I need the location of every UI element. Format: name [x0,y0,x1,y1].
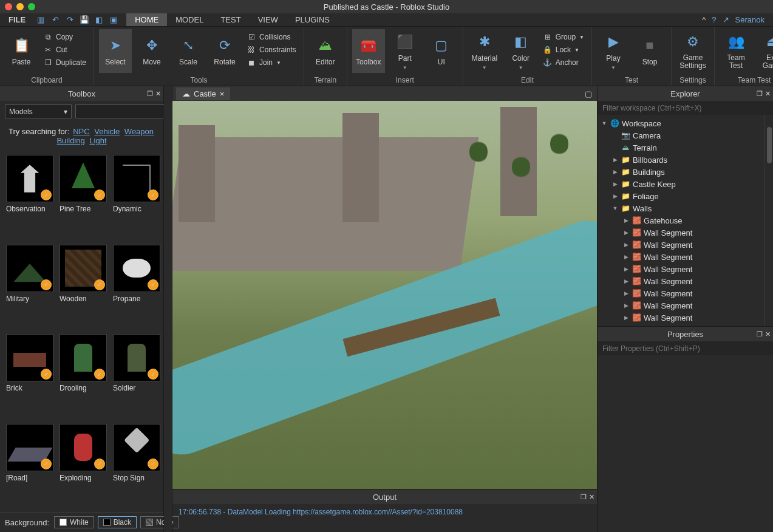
expand-arrow-icon[interactable]: ▶ [623,266,629,272]
expand-arrow-icon[interactable]: ▼ [612,205,618,211]
tree-row[interactable]: ▶🧱Wall Segment [598,227,764,239]
toolbox-item[interactable]: ✓Soldier [113,334,160,418]
file-menu[interactable]: FILE [4,14,30,26]
scale-button[interactable]: ⤡Scale [172,29,205,73]
tree-row[interactable]: ▶🧱Wall Segment [598,263,764,275]
toolbox-item[interactable]: ✓Wooden [60,245,107,329]
cut-button[interactable]: ✂Cut [41,44,89,55]
terrain-editor-button[interactable]: ⛰Editor [309,29,342,73]
game-settings-button[interactable]: ⚙Game Settings [676,29,709,73]
undock-icon[interactable]: ❐ [757,90,763,98]
expand-arrow-icon[interactable]: ▶ [623,254,629,260]
expand-arrow-icon[interactable]: ▶ [612,193,618,199]
share-icon[interactable]: ↗ [723,15,729,24]
explorer-filter-input[interactable] [602,104,768,112]
expand-arrow-icon[interactable]: ▼ [601,120,607,126]
maximize-window-button[interactable] [28,3,35,10]
join-toggle[interactable]: ◼Join ▼ [245,57,299,68]
tree-row[interactable]: ▼📁Walls [598,202,764,214]
exit-game-button[interactable]: ⏏Exit Game [756,29,773,73]
tree-row[interactable]: ▶📁Castle Keep [598,178,764,190]
suggest-link[interactable]: Building [56,136,84,145]
tree-row[interactable]: ▶🧱Wall Segment [598,239,764,251]
move-button[interactable]: ✥Move [135,29,168,73]
close-tab-icon[interactable]: × [220,89,225,98]
anchor-button[interactable]: ⚓Anchor [541,57,587,68]
expand-arrow-icon[interactable]: ▶ [623,290,629,296]
output-log[interactable]: 17:06:56.738 - DataModel Loading https:/… [172,504,597,532]
tree-row[interactable]: ▶🧱Wall Segment [598,299,764,312]
document-tab[interactable]: ☁ Castle × [176,87,230,100]
team-test-button[interactable]: 👥Team Test [720,29,752,73]
close-panel-icon[interactable]: ✕ [765,330,771,338]
tree-row[interactable]: ▶📁Billboards [598,154,764,166]
ui-button[interactable]: ▢UI [425,29,458,73]
panel-gutter[interactable] [164,86,172,532]
expand-arrow-icon[interactable]: ▶ [623,315,629,321]
tab-view[interactable]: VIEW [250,13,287,26]
duplicate-button[interactable]: ❐Duplicate [41,57,89,68]
tree-row[interactable]: ▶🧱Wall Segment [598,312,764,324]
device-preview-icon[interactable]: ▢ [585,89,597,98]
toolbox-item[interactable]: ✓Brick [6,334,53,418]
expand-arrow-icon[interactable]: ▶ [612,157,618,163]
expand-arrow-icon[interactable]: ▶ [623,302,629,309]
expand-arrow-icon[interactable]: ▶ [623,230,629,236]
collisions-toggle[interactable]: ☑Collisions [245,32,299,43]
expand-arrow-icon[interactable]: ▶ [623,217,629,223]
paste-button[interactable]: 📋 Paste [5,29,38,73]
tab-plugins[interactable]: PLUGINS [287,13,338,26]
toolbox-item[interactable]: ✓Observation [6,155,53,239]
tree-row[interactable]: ▶📁Foliage [598,190,764,202]
toolbox-item[interactable]: ✓Drooling [60,334,107,418]
material-button[interactable]: ✱Material▼ [468,29,501,73]
constraints-toggle[interactable]: ⛓Constraints [245,44,299,55]
bg-option[interactable]: White [54,516,94,528]
undock-icon[interactable]: ❐ [147,90,153,98]
suggest-link[interactable]: NPC [73,127,89,136]
toolbox-item[interactable]: ✓Military [6,245,53,329]
help-icon[interactable]: ? [712,15,716,24]
save-icon[interactable]: 💾 [79,15,90,26]
part-button[interactable]: ⬛Part▼ [389,29,421,73]
properties-filter-input[interactable] [602,344,768,353]
tab-model[interactable]: MODEL [167,13,212,26]
bg-option[interactable]: Black [98,516,137,528]
tab-test[interactable]: TEST [212,13,249,26]
camera-icon[interactable]: ▣ [108,15,119,26]
chevron-up-icon[interactable]: ^ [702,15,706,24]
tree-row[interactable]: ▶🧱Wall Segment [598,251,764,263]
new-icon[interactable]: ▥ [35,15,46,26]
close-window-button[interactable] [5,3,12,10]
minimize-window-button[interactable] [16,3,24,10]
toolbox-item[interactable]: ✓Dynamic [113,155,160,239]
3d-viewport[interactable] [172,101,597,489]
expand-arrow-icon[interactable]: ▶ [612,181,618,187]
close-panel-icon[interactable]: ✕ [589,493,594,501]
expand-arrow-icon[interactable]: ▶ [623,242,629,248]
tree-row[interactable]: ▶🧱Wall Segment [598,275,764,287]
suggest-link[interactable]: Vehicle [94,127,120,136]
toolbox-button[interactable]: 🧰Toolbox [352,29,385,73]
undock-icon[interactable]: ❐ [757,330,763,338]
tree-row[interactable]: ▼🌐Workspace [598,117,764,129]
redo-icon[interactable]: ↷ [64,15,75,26]
color-button[interactable]: ◧Color▼ [505,29,537,73]
box-icon[interactable]: ◧ [94,15,104,26]
close-panel-icon[interactable]: ✕ [765,90,771,98]
toolbox-item[interactable]: ✓[Road] [6,424,53,508]
stop-button[interactable]: ■Stop [633,29,666,73]
toolbox-item[interactable]: ✓Pine Tree [60,155,107,239]
suggest-link[interactable]: Weapon [124,127,154,136]
suggest-link[interactable]: Light [89,136,106,145]
rotate-button[interactable]: ⟳Rotate [208,29,241,73]
copy-button[interactable]: ⧉Copy [41,32,89,43]
lock-button[interactable]: 🔒Lock ▼ [541,44,587,55]
group-button[interactable]: ⊞Group ▼ [541,32,587,43]
tree-row[interactable]: ▶🧱Gatehouse [598,214,764,227]
tree-row[interactable]: ▶📁Buildings [598,166,764,178]
expand-arrow-icon[interactable]: ▶ [612,169,618,175]
scrollbar[interactable] [764,115,773,326]
play-button[interactable]: ▶Play▼ [597,29,630,73]
toolbox-item[interactable]: ✓Stop Sign [113,424,160,508]
